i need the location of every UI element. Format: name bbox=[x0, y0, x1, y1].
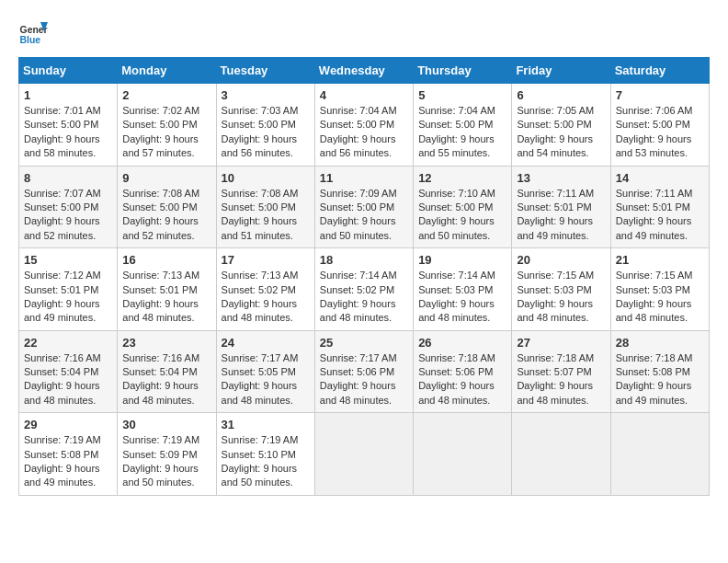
day-info: Sunrise: 7:19 AM Sunset: 5:10 PM Dayligh… bbox=[222, 433, 310, 490]
day-cell: 30 Sunrise: 7:19 AM Sunset: 5:09 PM Dayl… bbox=[118, 413, 216, 496]
day-info: Sunrise: 7:14 AM Sunset: 5:02 PM Dayligh… bbox=[320, 269, 408, 326]
day-cell: 31 Sunrise: 7:19 AM Sunset: 5:10 PM Dayl… bbox=[216, 413, 314, 496]
day-cell: 6 Sunrise: 7:05 AM Sunset: 5:00 PM Dayli… bbox=[512, 84, 610, 167]
day-cell bbox=[512, 413, 610, 496]
day-cell: 4 Sunrise: 7:04 AM Sunset: 5:00 PM Dayli… bbox=[314, 84, 413, 167]
day-info: Sunrise: 7:07 AM Sunset: 5:00 PM Dayligh… bbox=[24, 187, 112, 244]
day-info: Sunrise: 7:13 AM Sunset: 5:02 PM Dayligh… bbox=[222, 269, 310, 326]
day-info: Sunrise: 7:11 AM Sunset: 5:01 PM Dayligh… bbox=[517, 187, 605, 244]
day-number: 18 bbox=[320, 253, 408, 267]
day-cell: 10 Sunrise: 7:08 AM Sunset: 5:00 PM Dayl… bbox=[216, 166, 314, 248]
week-row-4: 22 Sunrise: 7:16 AM Sunset: 5:04 PM Dayl… bbox=[19, 330, 710, 413]
day-cell: 16 Sunrise: 7:13 AM Sunset: 5:01 PM Dayl… bbox=[118, 248, 216, 331]
day-cell: 1 Sunrise: 7:01 AM Sunset: 5:00 PM Dayli… bbox=[19, 84, 118, 167]
day-cell: 3 Sunrise: 7:03 AM Sunset: 5:00 PM Dayli… bbox=[216, 84, 314, 167]
header: General Blue bbox=[18, 18, 710, 48]
day-number: 19 bbox=[418, 253, 506, 267]
day-cell: 7 Sunrise: 7:06 AM Sunset: 5:00 PM Dayli… bbox=[610, 84, 709, 167]
day-cell: 2 Sunrise: 7:02 AM Sunset: 5:00 PM Dayli… bbox=[118, 84, 216, 167]
day-cell bbox=[610, 413, 709, 496]
day-info: Sunrise: 7:11 AM Sunset: 5:01 PM Dayligh… bbox=[616, 187, 704, 244]
day-info: Sunrise: 7:10 AM Sunset: 5:00 PM Dayligh… bbox=[418, 187, 506, 244]
day-cell: 13 Sunrise: 7:11 AM Sunset: 5:01 PM Dayl… bbox=[512, 166, 610, 248]
day-number: 23 bbox=[122, 336, 210, 350]
day-number: 26 bbox=[418, 336, 506, 350]
day-cell: 21 Sunrise: 7:15 AM Sunset: 5:03 PM Dayl… bbox=[610, 248, 709, 331]
day-number: 12 bbox=[418, 171, 506, 185]
day-number: 7 bbox=[616, 88, 704, 102]
day-info: Sunrise: 7:15 AM Sunset: 5:03 PM Dayligh… bbox=[616, 269, 704, 326]
col-header-sunday: Sunday bbox=[19, 58, 118, 84]
day-cell bbox=[414, 413, 512, 496]
day-info: Sunrise: 7:16 AM Sunset: 5:04 PM Dayligh… bbox=[24, 351, 112, 408]
day-number: 4 bbox=[320, 88, 408, 102]
day-number: 14 bbox=[616, 171, 704, 185]
day-info: Sunrise: 7:13 AM Sunset: 5:01 PM Dayligh… bbox=[122, 269, 210, 326]
day-cell: 18 Sunrise: 7:14 AM Sunset: 5:02 PM Dayl… bbox=[314, 248, 413, 331]
day-number: 1 bbox=[24, 88, 112, 102]
day-info: Sunrise: 7:19 AM Sunset: 5:08 PM Dayligh… bbox=[24, 433, 112, 490]
col-header-monday: Monday bbox=[118, 58, 216, 84]
day-number: 29 bbox=[24, 418, 112, 431]
day-number: 22 bbox=[24, 336, 112, 350]
day-info: Sunrise: 7:05 AM Sunset: 5:00 PM Dayligh… bbox=[517, 104, 605, 161]
week-row-5: 29 Sunrise: 7:19 AM Sunset: 5:08 PM Dayl… bbox=[19, 413, 710, 496]
day-info: Sunrise: 7:08 AM Sunset: 5:00 PM Dayligh… bbox=[122, 187, 210, 244]
week-row-2: 8 Sunrise: 7:07 AM Sunset: 5:00 PM Dayli… bbox=[19, 166, 710, 248]
day-number: 17 bbox=[222, 253, 310, 267]
col-header-wednesday: Wednesday bbox=[314, 58, 413, 84]
day-cell: 8 Sunrise: 7:07 AM Sunset: 5:00 PM Dayli… bbox=[19, 166, 118, 248]
day-cell: 17 Sunrise: 7:13 AM Sunset: 5:02 PM Dayl… bbox=[216, 248, 314, 331]
day-number: 24 bbox=[222, 336, 310, 350]
col-header-saturday: Saturday bbox=[610, 58, 709, 84]
day-number: 3 bbox=[222, 88, 310, 102]
day-number: 13 bbox=[517, 171, 605, 185]
day-info: Sunrise: 7:19 AM Sunset: 5:09 PM Dayligh… bbox=[122, 433, 210, 490]
day-number: 20 bbox=[517, 253, 605, 267]
day-info: Sunrise: 7:06 AM Sunset: 5:00 PM Dayligh… bbox=[616, 104, 704, 161]
day-info: Sunrise: 7:09 AM Sunset: 5:00 PM Dayligh… bbox=[320, 187, 408, 244]
day-number: 11 bbox=[320, 171, 408, 185]
day-number: 25 bbox=[320, 336, 408, 350]
day-info: Sunrise: 7:14 AM Sunset: 5:03 PM Dayligh… bbox=[418, 269, 506, 326]
svg-text:Blue: Blue bbox=[20, 35, 41, 45]
day-cell: 14 Sunrise: 7:11 AM Sunset: 5:01 PM Dayl… bbox=[610, 166, 709, 248]
day-cell: 19 Sunrise: 7:14 AM Sunset: 5:03 PM Dayl… bbox=[414, 248, 512, 331]
day-number: 6 bbox=[517, 88, 605, 102]
day-cell: 11 Sunrise: 7:09 AM Sunset: 5:00 PM Dayl… bbox=[314, 166, 413, 248]
day-info: Sunrise: 7:04 AM Sunset: 5:00 PM Dayligh… bbox=[320, 104, 408, 161]
day-info: Sunrise: 7:04 AM Sunset: 5:00 PM Dayligh… bbox=[418, 104, 506, 161]
day-cell: 23 Sunrise: 7:16 AM Sunset: 5:04 PM Dayl… bbox=[118, 330, 216, 413]
day-info: Sunrise: 7:08 AM Sunset: 5:00 PM Dayligh… bbox=[222, 187, 310, 244]
day-number: 27 bbox=[517, 336, 605, 350]
day-cell: 9 Sunrise: 7:08 AM Sunset: 5:00 PM Dayli… bbox=[118, 166, 216, 248]
day-cell: 29 Sunrise: 7:19 AM Sunset: 5:08 PM Dayl… bbox=[19, 413, 118, 496]
day-cell: 28 Sunrise: 7:18 AM Sunset: 5:08 PM Dayl… bbox=[610, 330, 709, 413]
day-info: Sunrise: 7:02 AM Sunset: 5:00 PM Dayligh… bbox=[122, 104, 210, 161]
day-cell: 15 Sunrise: 7:12 AM Sunset: 5:01 PM Dayl… bbox=[19, 248, 118, 331]
day-cell: 26 Sunrise: 7:18 AM Sunset: 5:06 PM Dayl… bbox=[414, 330, 512, 413]
day-number: 30 bbox=[122, 418, 210, 431]
day-cell: 24 Sunrise: 7:17 AM Sunset: 5:05 PM Dayl… bbox=[216, 330, 314, 413]
day-info: Sunrise: 7:17 AM Sunset: 5:05 PM Dayligh… bbox=[222, 351, 310, 408]
day-info: Sunrise: 7:01 AM Sunset: 5:00 PM Dayligh… bbox=[24, 104, 112, 161]
day-cell: 5 Sunrise: 7:04 AM Sunset: 5:00 PM Dayli… bbox=[414, 84, 512, 167]
day-info: Sunrise: 7:18 AM Sunset: 5:06 PM Dayligh… bbox=[418, 351, 506, 408]
logo-icon: General Blue bbox=[18, 18, 48, 48]
day-info: Sunrise: 7:12 AM Sunset: 5:01 PM Dayligh… bbox=[24, 269, 112, 326]
day-number: 21 bbox=[616, 253, 704, 267]
week-row-3: 15 Sunrise: 7:12 AM Sunset: 5:01 PM Dayl… bbox=[19, 248, 710, 331]
day-number: 31 bbox=[222, 418, 310, 431]
col-header-tuesday: Tuesday bbox=[216, 58, 314, 84]
day-cell: 25 Sunrise: 7:17 AM Sunset: 5:06 PM Dayl… bbox=[314, 330, 413, 413]
calendar-table: SundayMondayTuesdayWednesdayThursdayFrid… bbox=[18, 57, 710, 496]
day-number: 15 bbox=[24, 253, 112, 267]
day-number: 10 bbox=[222, 171, 310, 185]
day-info: Sunrise: 7:17 AM Sunset: 5:06 PM Dayligh… bbox=[320, 351, 408, 408]
day-number: 8 bbox=[24, 171, 112, 185]
day-cell: 27 Sunrise: 7:18 AM Sunset: 5:07 PM Dayl… bbox=[512, 330, 610, 413]
day-cell bbox=[314, 413, 413, 496]
day-info: Sunrise: 7:18 AM Sunset: 5:08 PM Dayligh… bbox=[616, 351, 704, 408]
day-cell: 12 Sunrise: 7:10 AM Sunset: 5:00 PM Dayl… bbox=[414, 166, 512, 248]
day-number: 28 bbox=[616, 336, 704, 350]
